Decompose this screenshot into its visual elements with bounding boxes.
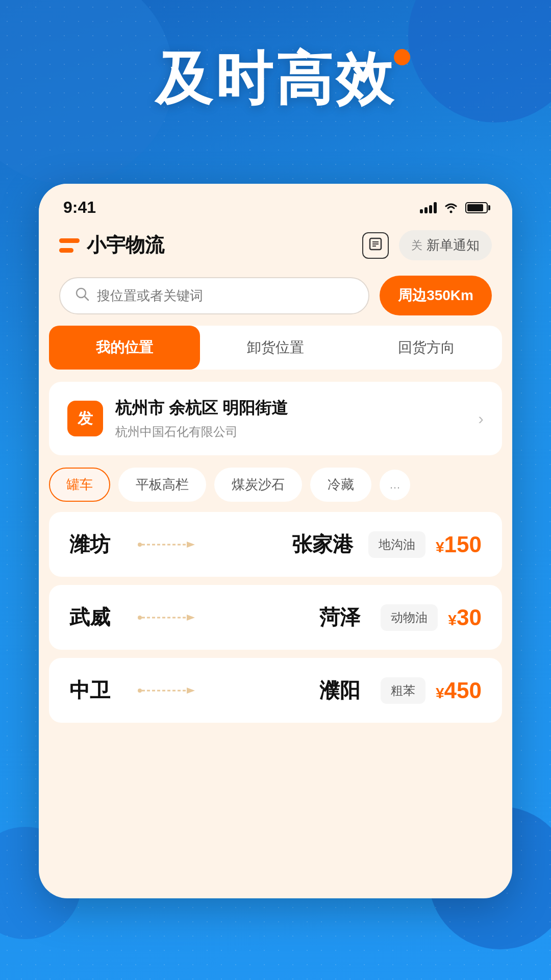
svg-line-6 <box>85 297 88 300</box>
freight-list: 潍坊 张家港 地沟油 ¥¥150150 武威 <box>39 512 512 723</box>
freight-card-2[interactable]: 武威 菏泽 动物油 ¥30 <box>49 585 502 650</box>
freight-2-arrow <box>131 611 304 624</box>
freight-1-price: ¥¥150150 <box>436 532 482 557</box>
search-section: 周边350Km <box>39 271 512 326</box>
svg-marker-9 <box>187 542 195 548</box>
price-symbol-2: ¥ <box>448 611 457 628</box>
notification-close-icon: 关 <box>411 238 422 253</box>
svg-point-7 <box>138 543 142 547</box>
filter-chip-refrigerated[interactable]: 冷藏 <box>310 468 371 502</box>
notification-button[interactable]: 关 新单通知 <box>399 230 492 260</box>
tab-return-direction[interactable]: 回货方向 <box>351 326 502 370</box>
departure-badge-label: 发 <box>78 408 93 429</box>
filter-chip-flatbed[interactable]: 平板高栏 <box>118 468 206 502</box>
filter-chip-coal[interactable]: 煤炭沙石 <box>214 468 302 502</box>
freight-card-1[interactable]: 潍坊 张家港 地沟油 ¥¥150150 <box>49 512 502 577</box>
hero-title-text: 及时高效 <box>155 47 396 111</box>
header-actions: 关 新单通知 <box>362 230 492 260</box>
svg-point-13 <box>138 689 142 693</box>
departure-badge: 发 <box>67 401 103 436</box>
app-name: 小宇物流 <box>87 232 362 258</box>
tab-unload-location[interactable]: 卸货位置 <box>200 326 351 370</box>
location-info: 杭州市 余杭区 明阳街道 杭州中国石化有限公司 <box>115 397 466 440</box>
status-time: 9:41 <box>63 198 96 217</box>
doc-icon-button[interactable] <box>362 232 389 259</box>
freight-1-origin: 潍坊 <box>69 530 120 558</box>
chevron-right-icon: › <box>478 409 484 428</box>
orange-dot-decoration <box>394 49 410 65</box>
freight-1-dest: 张家港 <box>292 530 353 558</box>
filter-chip-tank[interactable]: 罐车 <box>49 468 110 502</box>
price-symbol: ¥ <box>436 538 444 555</box>
freight-2-cargo: 动物油 <box>381 604 438 631</box>
doc-icon <box>369 237 382 254</box>
svg-point-10 <box>138 616 142 620</box>
price-symbol-3: ¥ <box>436 684 444 701</box>
nearby-button[interactable]: 周边350Km <box>380 276 492 315</box>
svg-marker-15 <box>187 688 195 694</box>
notification-label: 新单通知 <box>427 236 480 254</box>
status-bar: 9:41 <box>39 184 512 225</box>
tab-bar: 我的位置 卸货位置 回货方向 <box>49 326 502 370</box>
freight-1-arrow <box>131 538 282 551</box>
freight-3-origin: 中卫 <box>69 676 120 704</box>
search-input[interactable] <box>97 288 354 304</box>
phone-mockup-card: 9:41 小宇物流 <box>39 184 512 898</box>
freight-3-price: ¥450 <box>436 678 482 703</box>
app-header: 小宇物流 关 新单通知 <box>39 225 512 271</box>
battery-icon <box>465 202 488 213</box>
hero-section: 及时高效 <box>0 41 551 118</box>
location-main-text: 杭州市 余杭区 明阳街道 <box>115 397 466 420</box>
freight-2-price: ¥30 <box>448 605 482 630</box>
search-icon <box>74 286 90 305</box>
freight-1-cargo: 地沟油 <box>368 531 425 558</box>
freight-2-dest: 菏泽 <box>314 603 365 631</box>
location-sub-text: 杭州中国石化有限公司 <box>115 424 466 440</box>
status-icons <box>420 202 488 214</box>
location-card[interactable]: 发 杭州市 余杭区 明阳街道 杭州中国石化有限公司 › <box>49 382 502 455</box>
filter-more-button[interactable]: … <box>380 470 410 500</box>
freight-2-origin: 武威 <box>69 603 120 631</box>
freight-card-3[interactable]: 中卫 濮阳 粗苯 ¥450 <box>49 658 502 723</box>
wifi-icon <box>443 202 459 214</box>
filter-section: 罐车 平板高栏 煤炭沙石 冷藏 … <box>39 468 512 512</box>
hero-title: 及时高效 <box>155 41 396 118</box>
svg-point-0 <box>450 210 453 213</box>
freight-3-cargo: 粗苯 <box>381 677 425 704</box>
search-bar[interactable] <box>59 277 369 314</box>
logo-icon <box>59 238 80 253</box>
freight-3-dest: 濮阳 <box>314 676 365 704</box>
tab-my-location[interactable]: 我的位置 <box>49 326 200 370</box>
svg-marker-12 <box>187 615 195 621</box>
freight-3-arrow <box>131 684 304 697</box>
signal-icon <box>420 202 437 213</box>
